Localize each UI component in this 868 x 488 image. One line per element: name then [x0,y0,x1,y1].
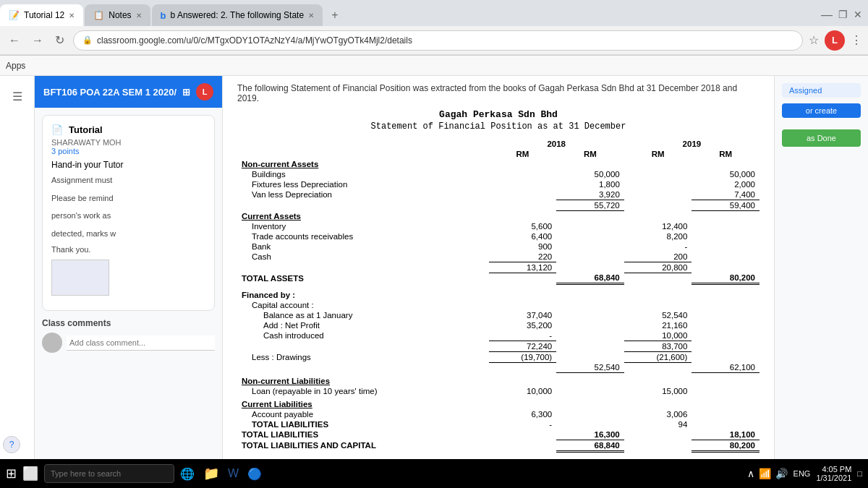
cash-label: Cash [237,252,489,262]
net-profit-2018: 35,200 [489,320,557,330]
notification-icon: □ [857,469,862,478]
tab-label: Notes [109,10,131,20]
info3: person's work as [51,210,205,222]
bank-2019-sub: - [624,241,692,252]
tab-label: b Answered: 2. The following State [171,10,305,20]
rm-label-2: RM [556,149,624,159]
table-row: Balance as at 1 January 37,040 52,540 [237,310,760,320]
total-assets-2018: 68,840 [556,273,624,284]
tab-notes[interactable]: 📋 Notes ✕ [85,4,150,26]
bank-overdraft-2019: 94 [624,419,692,429]
loan-2018: 10,000 [489,386,557,396]
tab-tutorial12[interactable]: 📝 Tutorial 12 ✕ [0,4,83,26]
ca-total-2018-sub: 13,120 [489,262,557,273]
edge-icon[interactable]: 🌐 [177,467,197,481]
network-icon: 📶 [759,468,771,479]
apps-bar: Apps [0,56,868,76]
profile-avatar: L [825,30,845,51]
comment-field[interactable] [67,335,215,351]
course-sidebar: BFT106 POA 22A SEM 1 2020/ ⊞ L 📄 Tutoria… [35,76,223,488]
commenter-avatar [42,333,62,353]
statement-title: Statement of Financial Position as at 31… [237,121,760,132]
financial-table: 2018 2019 RM RM RM RM Non-current Assets [237,139,760,453]
buildings-2019: 50,000 [692,169,760,179]
intro-text: The following Statement of Financial Pos… [237,83,737,103]
right-sidebar: Assigned or create as Done > [774,76,868,488]
net-profit-label: Add : Net Profit [237,320,489,330]
address-bar[interactable]: 🔒 classroom.google.com/u/0/c/MTgxODY1OTA… [73,30,803,51]
sidebar-nav: ☰ [0,76,35,488]
info1: Assignment must [51,174,205,187]
word-icon[interactable]: W [225,467,242,480]
chrome-icon[interactable]: 🔵 [244,467,265,481]
fixtures-2019: 2,000 [692,179,760,189]
loan-2019: 15,000 [624,386,692,396]
tab-close-btn[interactable]: ✕ [308,12,314,20]
taskbar: ⊞ ⬜ 🌐 📁 W 🔵 ∧ 📶 🔊 ENG 4:05 PM 1/31/2021 … [0,459,868,488]
forward-btn[interactable]: → [29,31,46,50]
tab-close-btn[interactable]: ✕ [136,12,142,20]
file-explorer-icon[interactable]: 📁 [200,466,222,481]
task-view-icon[interactable]: ⬜ [20,466,41,481]
tab-icon: b [161,10,166,21]
or-create-btn[interactable]: or create [782,103,861,118]
course-title: BFT106 POA 22A SEM 1 2020/ [43,87,176,98]
url-text: classroom.google.com/u/0/c/MTgxODY1OTAzN… [97,35,412,46]
taskbar-search[interactable] [44,464,174,483]
tab-bar: 📝 Tutorial 12 ✕ 📋 Notes ✕ b b Answered: … [0,0,868,26]
refresh-btn[interactable]: ↻ [52,30,67,50]
table-row: Current Assets [237,211,760,221]
info4: detected, marks w [51,228,205,240]
menu-btn[interactable]: ⋮ [851,33,862,47]
bookmark-btn[interactable]: ☆ [809,33,819,47]
table-row: Financed by : [237,290,760,300]
minimize-icon: — [821,9,833,22]
sidebar-header: BFT106 POA 22A SEM 1 2020/ ⊞ L [35,76,222,108]
table-row: Bank 900 - [237,241,760,252]
bank-label: Bank [237,241,489,252]
table-row: Buildings 50,000 50,000 [237,169,760,179]
assignment-intro: The following Statement of Financial Pos… [237,83,760,103]
account-payable-2019: 3,006 [624,409,692,419]
table-row-total-liabilities: TOTAL LIABILITIES 16,300 18,100 [237,429,760,440]
menu-hamburger-icon[interactable]: ☰ [4,83,30,109]
tab-answered[interactable]: b b Answered: 2. The following State ✕ [152,4,323,26]
subtotal-2018: 72,240 [489,341,557,351]
balance-label: Balance as at 1 January [237,310,489,320]
rm-label-4: RM [692,149,760,159]
back-btn[interactable]: ← [6,31,23,50]
table-row: Non-current Assets [237,159,760,169]
help-btn[interactable]: ? [3,436,20,453]
date-text: 1/31/2021 [816,474,851,482]
tab-label: Tutorial 12 [24,10,64,20]
table-row: Capital account : [237,300,760,310]
nca-total-2019: 59,400 [692,200,760,211]
new-tab-btn[interactable]: + [324,9,345,22]
window-controls: — ❐ ✕ [821,9,868,22]
tutorial-card: 📄 Tutorial SHARAWATY MOH 3 points Hand-i… [42,115,215,311]
table-row: 52,540 62,100 [237,362,760,373]
taskbar-right: ∧ 📶 🔊 ENG 4:05 PM 1/31/2021 □ [747,465,862,482]
sidebar-content: 📄 Tutorial SHARAWATY MOH 3 points Hand-i… [35,108,222,360]
start-btn[interactable]: ⊞ [6,466,17,481]
mark-done-btn[interactable]: as Done [782,129,861,147]
tutorial-title: 📄 Tutorial [51,124,205,135]
net-profit-2019: 21,160 [624,320,692,330]
table-row-total-lic: TOTAL LIABILITIES AND CAPITAL 68,840 80,… [237,440,760,451]
thumbnail-image [51,260,109,296]
van-2018: 3,920 [556,189,624,200]
table-rm-header-row: RM RM RM RM [237,149,760,159]
financed-by-label: Financed by : [237,290,489,300]
tab-close-btn[interactable]: ✕ [69,12,75,20]
nca-total-2018: 55,720 [556,200,624,211]
tutorial-label: Tutorial [69,124,103,135]
financial-section: Gagah Perkasa Sdn Bhd Statement of Finan… [237,109,760,453]
table-row: Cash introduced - 10,000 [237,330,760,341]
system-icons: ∧ 📶 🔊 [747,468,788,479]
profile-btn[interactable]: L [825,30,845,51]
total-assets-2019: 80,200 [692,273,760,284]
table-row: Trade accounts receivables 6,400 8,200 [237,231,760,241]
apps-label: Apps [6,61,25,71]
drawings-2018: (19,700) [489,351,557,362]
balance-2019: 52,540 [624,310,692,320]
